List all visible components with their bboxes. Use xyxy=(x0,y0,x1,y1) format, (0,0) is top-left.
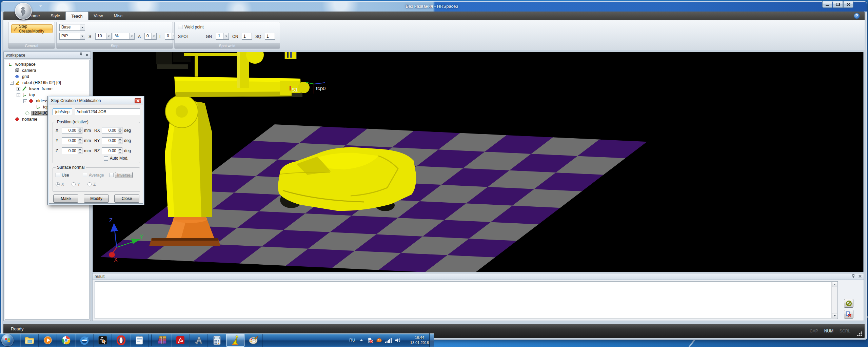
tree-item-camera[interactable]: camera xyxy=(5,67,89,74)
collapse-icon[interactable] xyxy=(17,93,20,97)
stop-output-button[interactable] xyxy=(844,299,853,308)
quick-access-arrow-icon[interactable] xyxy=(39,5,42,7)
tab-misc[interactable]: Misc. xyxy=(108,12,129,20)
use-label: Use xyxy=(62,173,83,178)
x-spinner[interactable] xyxy=(78,127,82,134)
average-checkbox[interactable] xyxy=(83,173,87,177)
start-button[interactable] xyxy=(1,334,14,346)
robot-icon xyxy=(15,80,20,85)
speed-value-dropdown[interactable]: 10 xyxy=(95,33,112,40)
collapse-icon[interactable] xyxy=(10,81,14,85)
close-button[interactable] xyxy=(843,1,853,8)
accel-dropdown[interactable]: 0 xyxy=(144,33,157,40)
title-bar[interactable]: Без названия - HRSpace3 xyxy=(1,1,867,12)
viewport-3d[interactable]: S1 tcp0 Z Y X xyxy=(93,52,864,272)
taskbar-cad-tool-icon[interactable] xyxy=(190,334,208,347)
z-spinner[interactable] xyxy=(78,147,82,154)
step-create-modify-button[interactable]: Step Create/Modify xyxy=(11,24,53,33)
rz-input[interactable]: 0.00 xyxy=(102,147,118,154)
dialog-close-button[interactable] xyxy=(135,98,141,103)
z-input[interactable]: 0.00 xyxy=(62,147,78,154)
rx-spinner[interactable] xyxy=(118,127,122,134)
ry-spinner[interactable] xyxy=(118,137,122,144)
clear-output-button[interactable] xyxy=(844,310,853,319)
taskbar-notepad-icon[interactable] xyxy=(130,334,149,347)
taskbar-internet-explorer-icon[interactable] xyxy=(75,334,94,347)
job-step-button[interactable]: job/step xyxy=(53,108,72,115)
result-scrollbar[interactable] xyxy=(831,282,837,318)
motion-type-dropdown[interactable]: PtP xyxy=(59,33,85,40)
tab-teach[interactable]: Teach xyxy=(65,12,88,20)
action-center-icon[interactable] xyxy=(367,337,373,344)
minimize-button[interactable] xyxy=(822,1,832,8)
dropdown-arrow-icon xyxy=(151,33,156,39)
tray-clock[interactable]: 16:44 13.01.2018 xyxy=(408,335,431,345)
pin-icon[interactable] xyxy=(852,274,855,279)
make-button[interactable]: Make xyxy=(53,195,78,203)
radio-z[interactable] xyxy=(87,182,92,186)
taskbar-windows-explorer-icon[interactable] xyxy=(20,334,39,347)
rz-unit: deg xyxy=(124,148,131,153)
inverse-button[interactable]: Inverse xyxy=(115,172,133,178)
pin-icon[interactable] xyxy=(79,53,83,58)
taskbar-acrobat-reader-icon[interactable] xyxy=(171,334,190,347)
tree-item-robot[interactable]: robot (HS165-02) [0] xyxy=(5,80,89,86)
y-input[interactable]: 0.00 xyxy=(62,137,78,144)
expand-icon[interactable] xyxy=(17,87,20,91)
y-label: Y xyxy=(56,138,62,143)
ribbon-group-general: Step Create/Modify General xyxy=(8,22,55,49)
close-panel-icon[interactable] xyxy=(859,274,862,279)
dialog-title-bar[interactable]: Step Creation / Modification xyxy=(49,97,143,104)
auto-mod-label: Auto Mod. xyxy=(110,156,129,161)
modify-button[interactable]: Modify xyxy=(84,195,109,203)
rz-spinner[interactable] xyxy=(118,147,122,154)
radio-x[interactable] xyxy=(56,182,60,186)
base-dropdown[interactable]: Base xyxy=(59,24,85,31)
volume-icon[interactable] xyxy=(395,338,401,343)
dialog-close-action-button[interactable]: Close xyxy=(114,195,139,203)
ry-input[interactable]: 0.00 xyxy=(102,137,118,144)
maximize-button[interactable] xyxy=(833,1,843,8)
taskbar-calculator-icon[interactable] xyxy=(208,334,226,347)
app-menu-orb[interactable] xyxy=(15,3,32,20)
x-input[interactable]: 0.00 xyxy=(62,127,78,134)
surface-normal-group: Surface normal Use Average Inverse X Y Z xyxy=(53,167,140,192)
avast-icon[interactable] xyxy=(376,338,382,343)
result-output[interactable] xyxy=(95,281,838,319)
speed-unit-dropdown[interactable]: % xyxy=(113,33,135,40)
resize-grip[interactable] xyxy=(856,331,862,336)
tree-item-lower-frame[interactable]: lower_frame xyxy=(5,86,89,92)
taskbar-winrar-icon[interactable] xyxy=(153,334,171,347)
radio-y[interactable] xyxy=(72,182,76,186)
taskbar-hrspace-icon[interactable] xyxy=(226,334,244,347)
taskbar-chrome-icon[interactable] xyxy=(57,334,75,347)
language-indicator[interactable]: RU xyxy=(349,338,355,343)
auto-mod-checkbox[interactable] xyxy=(104,156,108,161)
tree-item-grid[interactable]: grid xyxy=(5,74,89,80)
job-step-field[interactable]: /robot/1234.JOB xyxy=(75,108,140,115)
weld-point-checkbox[interactable] xyxy=(178,25,182,29)
close-panel-icon[interactable] xyxy=(85,53,88,58)
tab-view[interactable]: View xyxy=(88,12,108,20)
sq-input[interactable]: 1 xyxy=(265,33,275,40)
rx-input[interactable]: 0.00 xyxy=(102,127,118,134)
inverse-checkbox[interactable] xyxy=(109,173,114,177)
cn-input[interactable]: 1 xyxy=(242,33,252,40)
taskbar-media-player-icon[interactable] xyxy=(39,334,57,347)
ribbon-tab-strip: Home Style Teach View Misc. ? xyxy=(3,12,865,20)
network-signal-icon[interactable] xyxy=(385,338,392,343)
tray-expand-icon[interactable] xyxy=(360,339,363,341)
tab-style[interactable]: Style xyxy=(45,12,65,20)
tree-item-workspace[interactable]: workspace xyxy=(5,61,89,67)
show-desktop-button[interactable] xyxy=(429,333,434,347)
taskbar-paint-icon[interactable] xyxy=(244,334,263,347)
y-spinner[interactable] xyxy=(78,137,82,144)
use-checkbox[interactable] xyxy=(56,173,60,177)
taskbar-capture-tool-icon[interactable] xyxy=(94,334,112,347)
collapse-icon[interactable] xyxy=(23,99,27,103)
taskbar-opera-icon[interactable] xyxy=(112,334,130,347)
diamond-outline-icon xyxy=(25,111,30,116)
block-icon xyxy=(846,301,852,306)
help-icon[interactable]: ? xyxy=(854,13,860,19)
gn-dropdown[interactable]: 1 xyxy=(216,33,229,40)
